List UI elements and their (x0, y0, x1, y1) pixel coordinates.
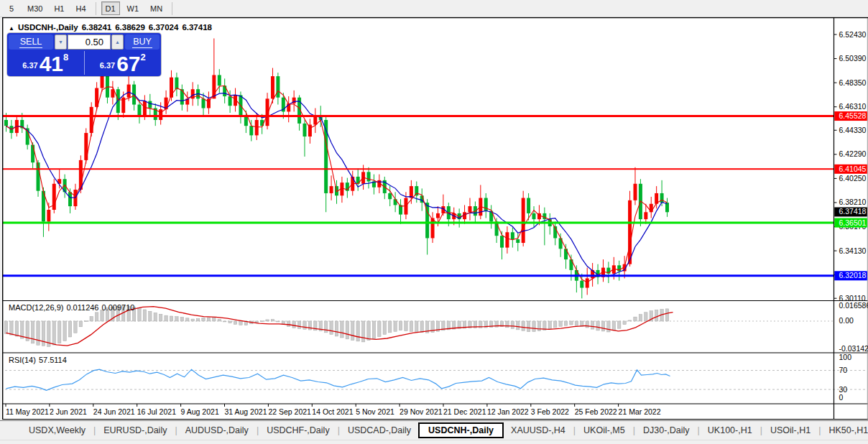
date-axis-label: 29 Nov 2021 (400, 407, 443, 416)
price-axis-label: 6.50390 (839, 54, 867, 63)
collapse-panel-icon[interactable]: ▲ (9, 25, 14, 32)
date-axis-label: 11 May 2021 (6, 407, 49, 416)
price-axis-label: 6.52430 (839, 30, 867, 39)
macd-label: MACD(12,26,9) (9, 303, 63, 312)
svg-text:6.45528: 6.45528 (839, 111, 867, 120)
timeframe-button-5[interactable]: 5 (3, 1, 20, 15)
level-price-badge-6.32018: 6.32018 (834, 271, 867, 280)
date-axis-label: 2 Jun 2021 (50, 407, 87, 416)
sell-price-button[interactable]: 6.37 41 8 (7, 51, 85, 75)
chart-symbol-label: USDCNH-,Daily (18, 23, 78, 32)
chart-tabbar: USDX,Weekly|EURUSD-,Daily|AUDUSD-,Daily|… (0, 420, 868, 440)
tab-usdx-weekly[interactable]: USDX,Weekly (22, 423, 93, 438)
sell-price-big: 41 (40, 55, 63, 73)
volume-decrease-button[interactable]: ▼ (55, 34, 67, 50)
price-axis-label: 6.40250 (839, 174, 867, 182)
date-axis-label: 22 Sep 2021 (268, 407, 311, 416)
date-axis-label: 16 Jul 2021 (137, 407, 176, 416)
tab-separator: | (633, 425, 635, 435)
tab-eurusd-daily[interactable]: EURUSD-,Daily (96, 423, 174, 438)
timeframe-button-h1[interactable]: H1 (50, 1, 68, 15)
buy-button[interactable]: BUY (125, 34, 160, 50)
ohlc-high: 6.38629 (115, 23, 145, 32)
date-axis-label: 9 Aug 2021 (181, 407, 219, 416)
tab-separator: | (93, 425, 96, 435)
price-axis-label: 6.34130 (839, 246, 867, 255)
ohlc-low: 6.37024 (149, 23, 179, 32)
price-axis-label: 6.42290 (839, 149, 867, 158)
svg-text:6.37418: 6.37418 (839, 207, 867, 216)
price-axis-label: 6.48350 (839, 78, 867, 87)
chart-title: ▲USDCNH-,Daily6.382416.386296.370246.374… (9, 23, 212, 32)
ohlc-close: 6.37418 (182, 23, 212, 32)
tab-separator: | (257, 425, 259, 435)
date-axis-label: 3 Feb 2022 (531, 407, 569, 416)
timeframe-button-m30[interactable]: M30 (23, 1, 47, 15)
buy-price-button[interactable]: 6.37 67 2 (85, 51, 162, 75)
date-axis-label: 14 Oct 2021 (312, 407, 353, 416)
rsi-value: 57.5114 (39, 356, 67, 364)
rsi-label: RSI(14) (9, 356, 36, 364)
tab-dj30-daily[interactable]: DJ30-,Daily (636, 423, 697, 438)
rsi-axis-label: 0 (839, 393, 844, 402)
sell-button[interactable]: SELL (9, 34, 53, 50)
timeframe-button-h4[interactable]: H4 (71, 1, 90, 15)
rsi-axis-label: 30 (839, 385, 848, 394)
macd-signal-value: 0.009710 (102, 303, 135, 312)
tab-separator: | (818, 425, 821, 435)
volume-increase-button[interactable]: ▲ (111, 34, 124, 50)
svg-text:6.36501: 6.36501 (839, 218, 867, 227)
one-click-trading-panel: SELL ▼ ▲ BUY 6.37 41 8 6.37 67 2 (7, 33, 161, 76)
tab-xauusd-h4[interactable]: XAUUSD-,H4 (504, 423, 573, 438)
tab-separator: | (175, 425, 177, 435)
chart-window: 6.524306.503906.483506.463106.443306.422… (0, 17, 868, 420)
svg-text:6.41045: 6.41045 (839, 165, 867, 173)
tab-usdchf-daily[interactable]: USDCHF-,Daily (259, 423, 337, 438)
timeframe-button-d1[interactable]: D1 (101, 1, 120, 15)
macd-value: 0.011246 (66, 303, 98, 312)
timeframe-button-mn[interactable]: MN (146, 1, 167, 15)
tab-audusd-daily[interactable]: AUDUSD-,Daily (178, 423, 256, 438)
ohlc-open: 6.38241 (82, 23, 112, 32)
tab-uk100-h1[interactable]: UK100-,H1 (701, 423, 760, 438)
toolbar-separator (96, 2, 96, 15)
sell-price-prefix: 6.37 (22, 61, 37, 70)
sell-price-pip: 8 (63, 52, 68, 63)
date-axis-label: 5 Nov 2021 (356, 407, 394, 416)
svg-text:6.32018: 6.32018 (839, 271, 867, 279)
price-axis-label: 6.46310 (839, 102, 867, 111)
tab-ukoil-m5[interactable]: UKOil-,M5 (576, 423, 632, 438)
date-axis-label: 21 Mar 2022 (619, 407, 661, 416)
macd-axis-label: 0.016586 (839, 301, 868, 310)
macd-pane-label: MACD(12,26,9)0.0112460.009710 (9, 303, 137, 312)
chart-background (2, 17, 868, 420)
macd-axis-label: 0.00 (839, 316, 854, 325)
tab-separator: | (698, 425, 700, 435)
buy-price-prefix: 6.37 (100, 61, 115, 70)
timeframe-button-w1[interactable]: W1 (123, 1, 144, 15)
sell-button-label: SELL (19, 37, 43, 48)
price-chart-canvas[interactable]: 6.524306.503906.483506.463106.443306.422… (0, 17, 868, 420)
rsi-pane-label: RSI(14)57.5114 (9, 356, 70, 364)
date-axis-label: 31 Aug 2021 (225, 407, 267, 416)
level-price-badge-6.36501: 6.36501 (834, 218, 867, 228)
tab-separator: | (573, 425, 576, 435)
buy-button-label: BUY (132, 37, 152, 48)
volume-input[interactable] (68, 34, 111, 50)
tab-usdcad-daily[interactable]: USDCAD-,Daily (341, 423, 418, 438)
toolbar-separator (172, 2, 172, 15)
date-axis-label: 24 Jun 2021 (93, 407, 135, 416)
macd-axis-label: -0.031423 (839, 344, 868, 353)
status-bar (0, 440, 868, 444)
timeframe-toolbar: 5M30H1H4D1W1MN (0, 0, 868, 17)
date-axis-label: 12 Jan 2022 (487, 407, 529, 416)
tab-hk50-h1[interactable]: HK50-,H1 (821, 423, 868, 438)
level-price-badge-6.45528: 6.45528 (834, 111, 867, 121)
tab-usdcnh-daily[interactable]: USDCNH-,Daily (418, 422, 504, 438)
buy-price-big: 67 (116, 55, 140, 73)
date-axis-label: 25 Feb 2022 (575, 407, 617, 416)
date-axis-label: 21 Dec 2021 (443, 407, 486, 416)
tab-usoil-h1[interactable]: USOil-,H1 (763, 423, 818, 438)
buy-price-pip: 2 (141, 52, 146, 63)
price-axis-label: 6.38210 (839, 198, 867, 206)
